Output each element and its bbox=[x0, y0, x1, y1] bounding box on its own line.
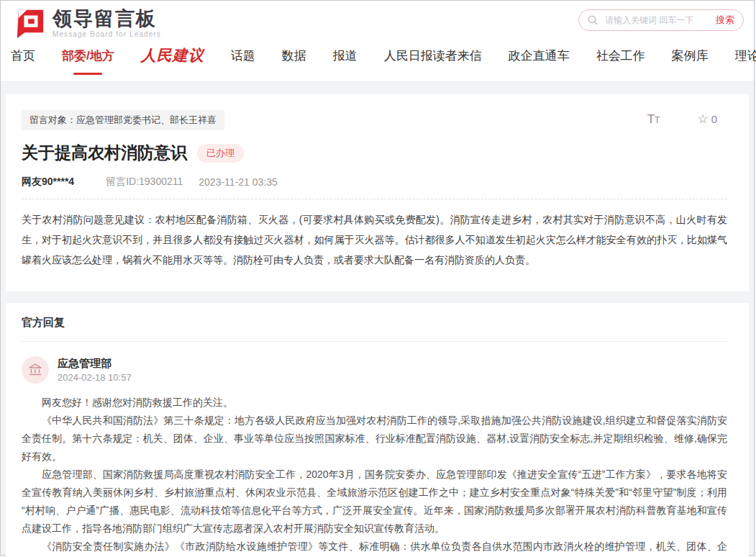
search-box[interactable]: 搜索 bbox=[578, 9, 744, 31]
nav-item-ministries-local[interactable]: 部委/地方 bbox=[62, 47, 114, 64]
reply-paragraph: 应急管理部、国家消防救援局高度重视农村消防安全工作，2020年3月，国务院安委办… bbox=[22, 466, 727, 538]
logo[interactable]: 领导留言板 Message Board for Leaders bbox=[15, 8, 161, 38]
font-size-small-label: T bbox=[655, 115, 660, 125]
message-body: 关于农村消防问题意见建议：农村地区配备消防箱、灭火器，(可要求村具体购买或免费配… bbox=[22, 209, 727, 270]
page: 领导留言板 Message Board for Leaders 搜索 首页 部委… bbox=[0, 0, 755, 556]
message-author: 网友90****4 bbox=[22, 176, 74, 189]
reply-paragraph: 《消防安全责任制实施办法》《市政消防给水设施维护管理》等文件、标准明确：供水单位… bbox=[22, 538, 727, 557]
nav-item-peoples-suggestions[interactable]: 人民建议 bbox=[141, 45, 204, 65]
logo-subtitle: Message Board for Leaders bbox=[53, 30, 161, 38]
reply-divider bbox=[22, 341, 727, 342]
nav-item-data[interactable]: 数据 bbox=[282, 47, 306, 64]
government-building-icon bbox=[28, 363, 42, 377]
favorite-button[interactable]: ☆ 0 bbox=[697, 112, 717, 127]
nav-item-gov-enterprise[interactable]: 政企直通车 bbox=[509, 47, 570, 64]
search-button[interactable]: 搜索 bbox=[716, 14, 734, 27]
search-icon bbox=[588, 15, 598, 25]
message-id: 留言ID:19300211 bbox=[106, 176, 183, 189]
nav-item-theory[interactable]: 理论 bbox=[735, 47, 756, 64]
logo-title: 领导留言板 bbox=[53, 8, 161, 30]
nav-item-case-library[interactable]: 案例库 bbox=[672, 47, 709, 64]
nav-item-topics[interactable]: 话题 bbox=[231, 47, 255, 64]
main-nav: 首页 部委/地方 人民建议 话题 数据 报道 人民日报读者来信 政企直通车 社会… bbox=[11, 45, 754, 65]
replier-time: 2024-02-18 10:57 bbox=[58, 371, 132, 384]
message-target-tag: 留言对象：应急管理部党委书记、部长王祥喜 bbox=[22, 110, 224, 130]
reply-paragraph: 网友您好！感谢您对消防救援工作的关注。 bbox=[22, 394, 727, 412]
font-size-large-label: T bbox=[647, 112, 655, 126]
nav-item-reader-letters[interactable]: 人民日报读者来信 bbox=[384, 47, 482, 64]
site-header: 领导留言板 Message Board for Leaders 搜索 首页 部委… bbox=[1, 1, 754, 82]
message-title-row: 关于提高农村消防意识 已办理 bbox=[22, 142, 727, 164]
status-badge: 已办理 bbox=[197, 144, 244, 163]
search-input[interactable] bbox=[604, 14, 716, 26]
nav-item-home[interactable]: 首页 bbox=[11, 47, 35, 64]
reply-card: 官方回复 应急管理部 2024-02-18 10:57 bbox=[6, 303, 749, 557]
reply-paragraph: 《中华人民共和国消防法》第三十条规定：地方各级人民政府应当加强对农村消防工作的领… bbox=[22, 412, 727, 466]
message-time: 2023-11-21 03:35 bbox=[199, 176, 278, 188]
avatar bbox=[22, 356, 49, 384]
reply-section-title: 官方回复 bbox=[22, 316, 727, 330]
font-size-control[interactable]: TT bbox=[647, 112, 660, 127]
nav-item-reports[interactable]: 报道 bbox=[333, 47, 357, 64]
replier: 应急管理部 2024-02-18 10:57 bbox=[22, 356, 727, 384]
replier-name: 应急管理部 bbox=[58, 356, 132, 370]
logo-icon bbox=[15, 8, 45, 38]
replier-info: 应急管理部 2024-02-18 10:57 bbox=[58, 356, 132, 384]
message-card: 留言对象：应急管理部党委书记、部长王祥喜 TT ☆ 0 关于提高农村消防意识 已… bbox=[6, 94, 749, 291]
nav-item-social-work[interactable]: 社会工作 bbox=[596, 47, 645, 64]
reply-body: 网友您好！感谢您对消防救援工作的关注。 《中华人民共和国消防法》第三十条规定：地… bbox=[22, 394, 727, 557]
message-meta: 网友90****4 留言ID:19300211 2023-11-21 03:35 bbox=[22, 176, 727, 199]
main-content: 留言对象：应急管理部党委书记、部长王祥喜 TT ☆ 0 关于提高农村消防意识 已… bbox=[1, 82, 754, 557]
message-controls: TT ☆ 0 bbox=[647, 112, 717, 127]
logo-text: 领导留言板 Message Board for Leaders bbox=[53, 8, 161, 38]
star-count: 0 bbox=[711, 113, 717, 125]
star-icon: ☆ bbox=[697, 112, 708, 127]
message-title: 关于提高农村消防意识 bbox=[22, 142, 187, 164]
